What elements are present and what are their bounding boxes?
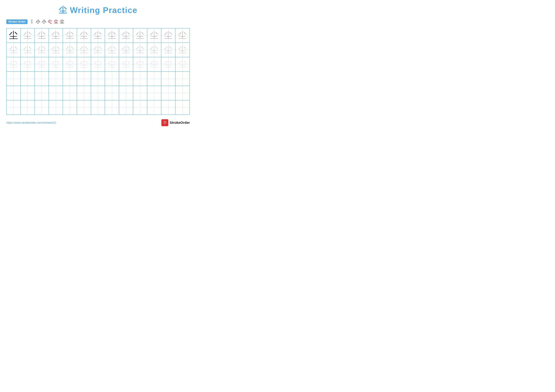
char-display: 尘 [94, 29, 102, 41]
grid-cell-4-3[interactable] [35, 72, 49, 86]
grid-cell-2-10[interactable]: 尘 [133, 43, 147, 57]
grid-cell-2-5[interactable]: 尘 [63, 43, 77, 57]
grid-cell-3-1[interactable]: 尘 [7, 57, 21, 71]
grid-cell-6-4[interactable] [49, 100, 63, 114]
grid-cell-4-4[interactable] [49, 72, 63, 86]
grid-cell-1-1[interactable]: 尘 [7, 29, 21, 43]
grid-cell-6-3[interactable] [35, 100, 49, 114]
grid-cell-2-12[interactable]: 尘 [161, 43, 175, 57]
grid-cell-5-5[interactable] [63, 86, 77, 100]
grid-cell-6-8[interactable] [105, 100, 119, 114]
grid-row-3: 尘 尘 尘 尘 尘 尘 尘 尘 尘 尘 尘 尘 尘 [7, 57, 190, 72]
grid-row-2: 尘 尘 尘 尘 尘 尘 尘 尘 尘 尘 尘 尘 尘 [7, 43, 190, 57]
grid-cell-6-2[interactable] [21, 100, 35, 114]
grid-cell-4-1[interactable] [7, 72, 21, 86]
grid-cell-5-13[interactable] [175, 86, 190, 100]
grid-cell-4-6[interactable] [77, 72, 91, 86]
char-display: 尘 [23, 44, 32, 56]
grid-cell-6-7[interactable] [91, 100, 105, 114]
grid-cell-2-4[interactable]: 尘 [49, 43, 63, 57]
grid-cell-2-2[interactable]: 尘 [21, 43, 35, 57]
grid-cell-3-8[interactable]: 尘 [105, 57, 119, 71]
grid-cell-5-2[interactable] [21, 86, 35, 100]
grid-cell-3-11[interactable]: 尘 [147, 57, 161, 71]
char-display: 尘 [122, 29, 130, 41]
grid-cell-3-5[interactable]: 尘 [63, 57, 77, 71]
grid-cell-5-3[interactable] [35, 86, 49, 100]
grid-cell-1-8[interactable]: 尘 [105, 29, 119, 43]
grid-cell-4-5[interactable] [63, 72, 77, 86]
grid-cell-4-2[interactable] [21, 72, 35, 86]
char-display: 尘 [66, 44, 74, 56]
grid-cell-2-1[interactable]: 尘 [7, 43, 21, 57]
grid-cell-5-9[interactable] [119, 86, 133, 100]
grid-cell-6-6[interactable] [77, 100, 91, 114]
grid-cell-2-11[interactable]: 尘 [147, 43, 161, 57]
grid-cell-1-10[interactable]: 尘 [133, 29, 147, 43]
grid-cell-5-12[interactable] [161, 86, 175, 100]
grid-cell-4-7[interactable] [91, 72, 105, 86]
grid-cell-1-9[interactable]: 尘 [119, 29, 133, 43]
grid-cell-5-11[interactable] [147, 86, 161, 100]
char-display: 尘 [150, 29, 159, 41]
grid-cell-6-9[interactable] [119, 100, 133, 114]
grid-cell-1-5[interactable]: 尘 [63, 29, 77, 43]
grid-cell-1-6[interactable]: 尘 [77, 29, 91, 43]
grid-cell-5-7[interactable] [91, 86, 105, 100]
grid-cell-6-1[interactable] [7, 100, 21, 114]
grid-cell-3-12[interactable]: 尘 [161, 57, 175, 71]
grid-cell-4-9[interactable] [119, 72, 133, 86]
stroke-order-row: Stroke Order 丨 小 小 尐 尘 尘 [6, 19, 190, 25]
grid-cell-4-12[interactable] [161, 72, 175, 86]
grid-cell-5-1[interactable] [7, 86, 21, 100]
char-display: 尘 [37, 44, 46, 56]
grid-cell-3-4[interactable]: 尘 [49, 57, 63, 71]
grid-cell-5-10[interactable] [133, 86, 147, 100]
grid-cell-3-2[interactable]: 尘 [21, 57, 35, 71]
grid-cell-5-4[interactable] [49, 86, 63, 100]
footer-url[interactable]: https://www.strokeorder.com/chinese/尘 [6, 121, 56, 125]
grid-cell-2-7[interactable]: 尘 [91, 43, 105, 57]
grid-cell-4-11[interactable] [147, 72, 161, 86]
grid-cell-6-13[interactable] [175, 100, 190, 114]
grid-cell-3-7[interactable]: 尘 [91, 57, 105, 71]
grid-cell-4-10[interactable] [133, 72, 147, 86]
grid-cell-6-10[interactable] [133, 100, 147, 114]
grid-cell-4-13[interactable] [175, 72, 190, 86]
stroke-order-badge: Stroke Order [6, 20, 28, 24]
grid-cell-1-2[interactable]: 尘 [21, 29, 35, 43]
grid-cell-2-9[interactable]: 尘 [119, 43, 133, 57]
char-display: 尘 [51, 44, 60, 56]
grid-cell-2-13[interactable]: 尘 [175, 43, 190, 57]
grid-cell-1-12[interactable]: 尘 [161, 29, 175, 43]
char-display: 尘 [164, 44, 173, 56]
grid-cell-4-8[interactable] [105, 72, 119, 86]
grid-cell-3-3[interactable]: 尘 [35, 57, 49, 71]
grid-cell-1-13[interactable]: 尘 [175, 29, 190, 43]
char-display: 尘 [108, 44, 116, 56]
grid-cell-6-5[interactable] [63, 100, 77, 114]
grid-cell-1-4[interactable]: 尘 [49, 29, 63, 43]
grid-cell-1-3[interactable]: 尘 [35, 29, 49, 43]
grid-cell-6-11[interactable] [147, 100, 161, 114]
char-display: 尘 [164, 29, 173, 41]
title-area: 尘 Writing Practice [6, 5, 190, 16]
grid-cell-3-6[interactable]: 尘 [77, 57, 91, 71]
char-display: 尘 [66, 58, 74, 70]
grid-cell-3-9[interactable]: 尘 [119, 57, 133, 71]
grid-cell-5-8[interactable] [105, 86, 119, 100]
page-title: 尘 Writing Practice [6, 5, 190, 16]
grid-cell-2-3[interactable]: 尘 [35, 43, 49, 57]
grid-cell-1-7[interactable]: 尘 [91, 29, 105, 43]
grid-cell-1-11[interactable]: 尘 [147, 29, 161, 43]
stroke-step-1: 丨 [30, 19, 34, 25]
grid-cell-6-12[interactable] [161, 100, 175, 114]
grid-cell-3-13[interactable]: 尘 [175, 57, 190, 71]
grid-cell-5-6[interactable] [77, 86, 91, 100]
grid-cell-3-10[interactable]: 尘 [133, 57, 147, 71]
grid-cell-2-6[interactable]: 尘 [77, 43, 91, 57]
char-display: 尘 [150, 44, 159, 56]
grid-cell-2-8[interactable]: 尘 [105, 43, 119, 57]
char-display: 尘 [37, 29, 46, 41]
char-display: 尘 [66, 29, 74, 41]
